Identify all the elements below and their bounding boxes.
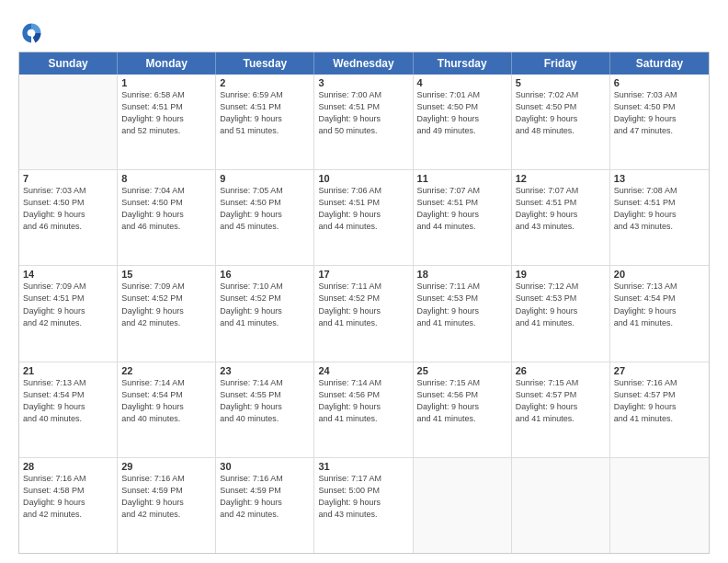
day-number: 4 — [417, 77, 507, 88]
calendar-cell: 16Sunrise: 7:10 AM Sunset: 4:52 PM Dayli… — [216, 266, 314, 361]
day-number: 1 — [121, 77, 211, 88]
calendar-cell: 1Sunrise: 6:58 AM Sunset: 4:51 PM Daylig… — [118, 75, 216, 169]
day-number: 6 — [614, 77, 705, 88]
day-info: Sunrise: 7:11 AM Sunset: 4:53 PM Dayligh… — [417, 281, 507, 328]
calendar-cell: 19Sunrise: 7:12 AM Sunset: 4:53 PM Dayli… — [512, 266, 610, 361]
calendar-cell: 3Sunrise: 7:00 AM Sunset: 4:51 PM Daylig… — [314, 75, 413, 169]
day-number: 26 — [516, 365, 606, 376]
day-info: Sunrise: 7:02 AM Sunset: 4:50 PM Dayligh… — [516, 89, 606, 137]
day-info: Sunrise: 7:15 AM Sunset: 4:57 PM Dayligh… — [516, 377, 606, 425]
calendar-cell: 12Sunrise: 7:07 AM Sunset: 4:51 PM Dayli… — [512, 170, 610, 265]
day-number: 25 — [417, 365, 507, 376]
page: SundayMondayTuesdayWednesdayThursdayFrid… — [0, 0, 728, 563]
day-number: 27 — [614, 365, 705, 376]
calendar-row-5: 28Sunrise: 7:16 AM Sunset: 4:58 PM Dayli… — [19, 457, 709, 553]
day-number: 3 — [318, 77, 408, 88]
day-number: 22 — [121, 365, 211, 376]
day-number: 20 — [614, 269, 705, 280]
weekday-header-friday: Friday — [512, 52, 610, 75]
calendar-cell: 2Sunrise: 6:59 AM Sunset: 4:51 PM Daylig… — [216, 75, 314, 169]
calendar-cell: 4Sunrise: 7:01 AM Sunset: 4:50 PM Daylig… — [414, 75, 512, 169]
weekday-header-monday: Monday — [118, 52, 216, 75]
weekday-header-saturday: Saturday — [610, 52, 709, 75]
day-info: Sunrise: 7:00 AM Sunset: 4:51 PM Dayligh… — [318, 89, 408, 137]
day-info: Sunrise: 7:16 AM Sunset: 4:59 PM Dayligh… — [220, 473, 310, 521]
weekday-header-tuesday: Tuesday — [216, 52, 314, 75]
day-number: 18 — [417, 269, 507, 280]
calendar-cell: 6Sunrise: 7:03 AM Sunset: 4:50 PM Daylig… — [610, 75, 709, 169]
calendar-header: SundayMondayTuesdayWednesdayThursdayFrid… — [19, 52, 709, 75]
day-info: Sunrise: 7:15 AM Sunset: 4:56 PM Dayligh… — [417, 377, 507, 425]
calendar-cell: 20Sunrise: 7:13 AM Sunset: 4:54 PM Dayli… — [610, 266, 709, 361]
day-number: 29 — [121, 461, 211, 472]
weekday-header-thursday: Thursday — [414, 52, 512, 75]
day-info: Sunrise: 7:10 AM Sunset: 4:52 PM Dayligh… — [220, 281, 310, 328]
calendar-cell: 9Sunrise: 7:05 AM Sunset: 4:50 PM Daylig… — [216, 170, 314, 265]
calendar-cell: 29Sunrise: 7:16 AM Sunset: 4:59 PM Dayli… — [118, 458, 216, 553]
calendar: SundayMondayTuesdayWednesdayThursdayFrid… — [18, 52, 710, 554]
calendar-cell — [19, 75, 118, 169]
calendar-cell: 10Sunrise: 7:06 AM Sunset: 4:51 PM Dayli… — [314, 170, 413, 265]
day-info: Sunrise: 7:09 AM Sunset: 4:51 PM Dayligh… — [23, 281, 113, 328]
day-number: 23 — [220, 365, 310, 376]
day-number: 19 — [516, 269, 606, 280]
calendar-cell: 24Sunrise: 7:14 AM Sunset: 4:56 PM Dayli… — [314, 362, 413, 457]
day-info: Sunrise: 7:08 AM Sunset: 4:51 PM Dayligh… — [614, 185, 705, 233]
day-number: 14 — [23, 269, 113, 280]
calendar-cell — [610, 458, 709, 553]
calendar-cell: 31Sunrise: 7:17 AM Sunset: 5:00 PM Dayli… — [314, 458, 413, 553]
header — [18, 17, 710, 46]
day-info: Sunrise: 7:03 AM Sunset: 4:50 PM Dayligh… — [614, 89, 705, 137]
day-info: Sunrise: 7:16 AM Sunset: 4:59 PM Dayligh… — [121, 473, 211, 521]
day-info: Sunrise: 7:07 AM Sunset: 4:51 PM Dayligh… — [516, 185, 606, 233]
day-number: 16 — [220, 269, 310, 280]
day-number: 17 — [318, 269, 408, 280]
day-info: Sunrise: 7:13 AM Sunset: 4:54 PM Dayligh… — [23, 377, 113, 425]
day-info: Sunrise: 7:16 AM Sunset: 4:57 PM Dayligh… — [614, 377, 705, 425]
calendar-cell: 11Sunrise: 7:07 AM Sunset: 4:51 PM Dayli… — [414, 170, 512, 265]
calendar-cell: 14Sunrise: 7:09 AM Sunset: 4:51 PM Dayli… — [19, 266, 118, 361]
day-info: Sunrise: 7:11 AM Sunset: 4:52 PM Dayligh… — [318, 281, 408, 328]
logo-icon — [18, 20, 44, 46]
calendar-cell: 15Sunrise: 7:09 AM Sunset: 4:52 PM Dayli… — [118, 266, 216, 361]
day-number: 13 — [614, 173, 705, 184]
day-info: Sunrise: 7:03 AM Sunset: 4:50 PM Dayligh… — [23, 185, 113, 233]
day-number: 9 — [220, 173, 310, 184]
day-number: 31 — [318, 461, 408, 472]
calendar-cell: 7Sunrise: 7:03 AM Sunset: 4:50 PM Daylig… — [19, 170, 118, 265]
day-info: Sunrise: 7:12 AM Sunset: 4:53 PM Dayligh… — [516, 281, 606, 328]
day-info: Sunrise: 7:07 AM Sunset: 4:51 PM Dayligh… — [417, 185, 507, 233]
calendar-cell: 21Sunrise: 7:13 AM Sunset: 4:54 PM Dayli… — [19, 362, 118, 457]
day-number: 24 — [318, 365, 408, 376]
calendar-body: 1Sunrise: 6:58 AM Sunset: 4:51 PM Daylig… — [19, 75, 709, 553]
day-number: 30 — [220, 461, 310, 472]
calendar-cell — [512, 458, 610, 553]
day-number: 11 — [417, 173, 507, 184]
calendar-cell: 25Sunrise: 7:15 AM Sunset: 4:56 PM Dayli… — [414, 362, 512, 457]
day-number: 5 — [516, 77, 606, 88]
day-info: Sunrise: 7:04 AM Sunset: 4:50 PM Dayligh… — [121, 185, 211, 233]
day-info: Sunrise: 7:14 AM Sunset: 4:54 PM Dayligh… — [121, 377, 211, 425]
calendar-cell: 26Sunrise: 7:15 AM Sunset: 4:57 PM Dayli… — [512, 362, 610, 457]
weekday-header-wednesday: Wednesday — [314, 52, 413, 75]
day-number: 8 — [121, 173, 211, 184]
weekday-header-sunday: Sunday — [19, 52, 118, 75]
day-number: 10 — [318, 173, 408, 184]
calendar-cell: 28Sunrise: 7:16 AM Sunset: 4:58 PM Dayli… — [19, 458, 118, 553]
calendar-cell — [414, 458, 512, 553]
day-info: Sunrise: 7:14 AM Sunset: 4:56 PM Dayligh… — [318, 377, 408, 425]
calendar-row-2: 7Sunrise: 7:03 AM Sunset: 4:50 PM Daylig… — [19, 169, 709, 265]
day-info: Sunrise: 6:58 AM Sunset: 4:51 PM Dayligh… — [121, 89, 211, 137]
calendar-cell: 8Sunrise: 7:04 AM Sunset: 4:50 PM Daylig… — [118, 170, 216, 265]
day-number: 15 — [121, 269, 211, 280]
day-info: Sunrise: 7:16 AM Sunset: 4:58 PM Dayligh… — [23, 473, 113, 521]
calendar-cell: 22Sunrise: 7:14 AM Sunset: 4:54 PM Dayli… — [118, 362, 216, 457]
day-info: Sunrise: 7:13 AM Sunset: 4:54 PM Dayligh… — [614, 281, 705, 328]
calendar-cell: 18Sunrise: 7:11 AM Sunset: 4:53 PM Dayli… — [414, 266, 512, 361]
calendar-cell: 13Sunrise: 7:08 AM Sunset: 4:51 PM Dayli… — [610, 170, 709, 265]
calendar-row-1: 1Sunrise: 6:58 AM Sunset: 4:51 PM Daylig… — [19, 75, 709, 169]
day-info: Sunrise: 7:17 AM Sunset: 5:00 PM Dayligh… — [318, 473, 408, 521]
day-info: Sunrise: 7:06 AM Sunset: 4:51 PM Dayligh… — [318, 185, 408, 233]
day-number: 28 — [23, 461, 113, 472]
calendar-cell: 5Sunrise: 7:02 AM Sunset: 4:50 PM Daylig… — [512, 75, 610, 169]
